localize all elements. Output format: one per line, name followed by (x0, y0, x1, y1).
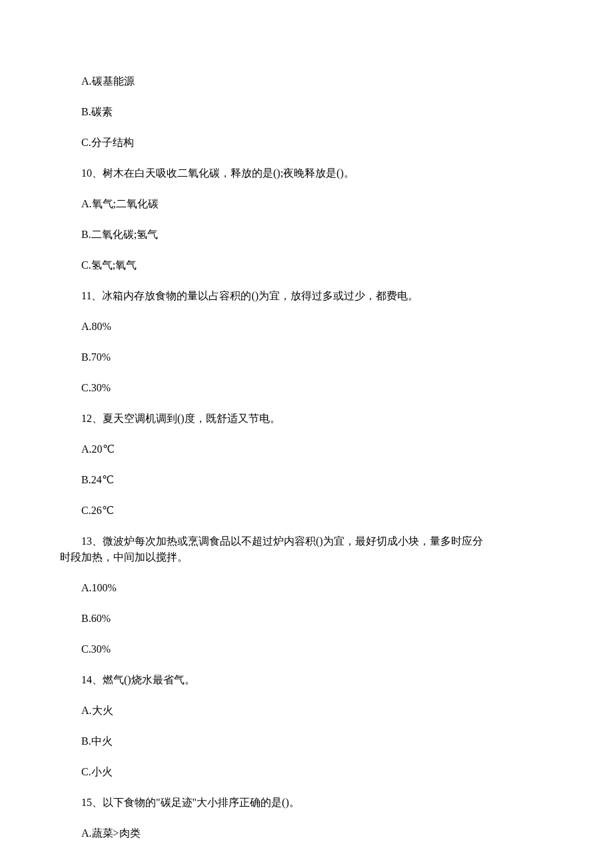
answer-option: C.30% (60, 380, 553, 396)
answer-option: B.碳素 (60, 104, 553, 120)
question-text: 10、树木在白天吸收二氧化碳，释放的是();夜晚释放是()。 (60, 165, 553, 181)
answer-option: B.中火 (60, 733, 553, 749)
question-line: 时段加热，中间加以搅拌。 (60, 549, 553, 565)
question-text: 13、微波炉每次加热或烹调食品以不超过炉内容积()为宜，最好切成小块，量多时应分… (60, 533, 553, 565)
answer-option: B.二氧化碳;氢气 (60, 227, 553, 243)
answer-option: B.60% (60, 611, 553, 627)
answer-option: A.80% (60, 319, 553, 335)
answer-option: C.30% (60, 641, 553, 657)
answer-option: B.24℃ (60, 472, 553, 488)
question-text: 12、夏天空调机调到()度，既舒适又节电。 (60, 411, 553, 427)
answer-option: C.分子结构 (60, 135, 553, 151)
answer-option: C.26℃ (60, 503, 553, 519)
answer-option: B.70% (60, 349, 553, 365)
answer-option: A.20℃ (60, 441, 553, 457)
question-text: 14、燃气()烧水最省气。 (60, 672, 553, 688)
document-body: A.碳基能源B.碳素C.分子结构10、树木在白天吸收二氧化碳，释放的是();夜晚… (60, 73, 553, 841)
answer-option: C.氢气;氧气 (60, 257, 553, 273)
question-text: 15、以下食物的"碳足迹"大小排序正确的是()。 (60, 795, 553, 811)
answer-option: C.小火 (60, 764, 553, 780)
question-line: 13、微波炉每次加热或烹调食品以不超过炉内容积()为宜，最好切成小块，量多时应分 (60, 533, 553, 549)
answer-option: A.碳基能源 (60, 73, 553, 89)
question-text: 11、冰箱内存放食物的量以占容积的()为宜，放得过多或过少，都费电。 (60, 288, 553, 304)
answer-option: A.氧气;二氧化碳 (60, 196, 553, 212)
answer-option: A.大火 (60, 703, 553, 719)
answer-option: A.蔬菜>肉类 (60, 825, 553, 841)
answer-option: A.100% (60, 580, 553, 596)
